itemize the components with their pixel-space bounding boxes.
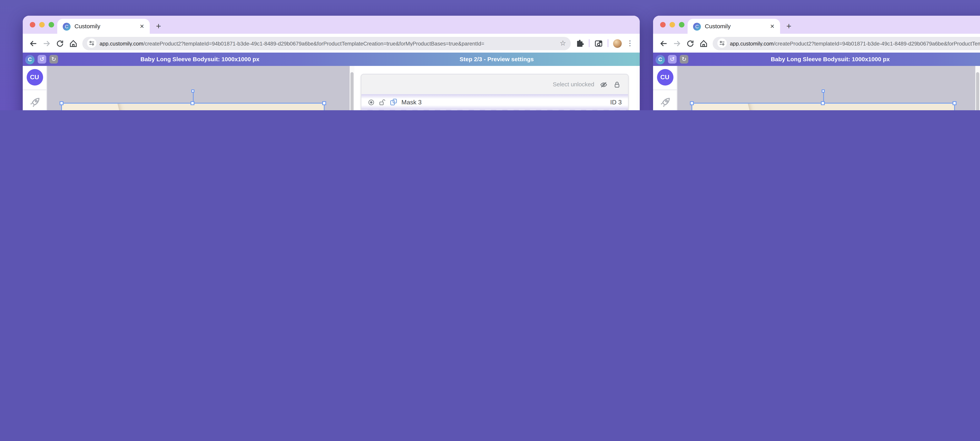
maximize-window-button[interactable] [679, 22, 684, 27]
product-title: Baby Long Sleeve Bodysuit: 1000x1000 px [46, 56, 353, 63]
redo-button[interactable]: ↻ [49, 55, 58, 64]
step-indicator: Step 2/3 - Preview settings [353, 53, 640, 66]
sidebar-divider [653, 89, 677, 90]
macrame-decoration [62, 104, 129, 110]
desktop-backdrop: C Customily ✕ + app.customily.com/create… [0, 0, 980, 110]
reload-icon[interactable] [686, 39, 695, 48]
product-image-object[interactable]: C Maximum print area [61, 103, 325, 110]
customily-logo-icon: C [655, 54, 665, 64]
macrame-decoration [692, 104, 759, 110]
maximize-window-button[interactable] [49, 22, 54, 27]
url-path: /createProduct2?templateId=94b01871-b3de… [773, 40, 980, 46]
back-icon[interactable] [659, 39, 668, 48]
layer-visibility-icon[interactable] [368, 99, 375, 105]
rotate-handle[interactable] [822, 89, 825, 93]
browser-toolbar: app.customily.com/createProduct2?templat… [23, 34, 640, 53]
tab-close-icon[interactable]: ✕ [140, 23, 145, 29]
undo-button[interactable]: ↺ [668, 55, 676, 64]
account-avatar[interactable]: CU [26, 69, 43, 86]
resize-handle-n[interactable] [191, 101, 194, 105]
browser-toolbar: app.customily.com/createProduct2?templat… [653, 34, 980, 53]
back-icon[interactable] [29, 39, 38, 48]
url-path: /createProduct2?templateId=94b01871-b3de… [143, 40, 484, 46]
sidebar-divider [23, 89, 47, 90]
close-window-button[interactable] [30, 22, 35, 27]
browser-window-right: C Customily ✕ + app.customily.com/create… [653, 16, 980, 110]
app-header-left: C ↺ ↻ Baby Long Sleeve Bodysuit: 1000x10… [23, 53, 353, 66]
forward-icon[interactable] [673, 39, 681, 48]
hide-all-eye-off-icon[interactable] [600, 80, 608, 88]
getting-started-rocket-icon[interactable] [29, 96, 40, 108]
extensions-icon[interactable] [576, 39, 584, 48]
app-header: C ↺ ↻ Baby Long Sleeve Bodysuit: 1000x10… [653, 53, 980, 66]
tab-favicon-icon: C [63, 22, 70, 30]
product-image-object[interactable]: C Maximum print area [692, 103, 955, 110]
minimize-window-button[interactable] [670, 22, 675, 27]
browser-window-left: C Customily ✕ + app.customily.com/create… [23, 16, 640, 110]
profile-avatar[interactable] [613, 39, 622, 48]
select-unlocked-label: Select unlocked [553, 81, 594, 88]
app-sidebar: CU [653, 66, 678, 110]
account-avatar[interactable]: CU [657, 69, 673, 86]
tab-title: Customily [75, 23, 100, 30]
new-tab-button[interactable]: + [786, 21, 791, 31]
home-icon[interactable] [69, 39, 78, 48]
new-tab-button[interactable]: + [156, 21, 161, 31]
rotate-handle[interactable] [191, 89, 194, 93]
layers-header: Select unlocked [361, 75, 628, 94]
toolbar-divider [608, 39, 608, 47]
mask-layer-icon [390, 98, 398, 106]
toolbar-divider [589, 39, 590, 47]
window-controls [660, 22, 684, 27]
resize-handle-nw[interactable] [690, 101, 694, 105]
canvas-scrollbar[interactable] [350, 66, 354, 110]
window-controls [30, 22, 54, 27]
resize-handle-ne[interactable] [953, 101, 956, 105]
url-bar[interactable]: app.customily.com/createProduct2?templat… [713, 37, 980, 50]
browser-tab[interactable]: C Customily ✕ [687, 19, 780, 34]
app-header-left: C ↺ ↻ Baby Long Sleeve Bodysuit: 1000x10… [653, 53, 980, 66]
minimize-window-button[interactable] [39, 22, 45, 27]
tab-strip: C Customily ✕ + [653, 16, 980, 34]
canvas-scrollbar[interactable] [975, 66, 980, 110]
app-sidebar: CU [23, 66, 47, 110]
scrollbar-thumb[interactable] [976, 72, 979, 110]
tab-strip: C Customily ✕ + [23, 16, 640, 34]
bookmark-star-icon[interactable]: ☆ [560, 40, 566, 47]
tab-search-icon[interactable] [594, 39, 603, 48]
scrollbar-thumb[interactable] [350, 72, 353, 110]
resize-handle-n[interactable] [821, 101, 825, 105]
tab-close-icon[interactable]: ✕ [770, 23, 775, 29]
layer-row-print-area[interactable]: Print Area ID 1 [361, 110, 628, 110]
lock-all-icon[interactable] [613, 80, 621, 88]
layers-card: Select unlocked Mask 3 ID 3 [361, 74, 629, 110]
settings-panel: Select unlocked Mask 3 ID 3 [354, 66, 640, 110]
url-text: app.customily.com/createProduct2?templat… [730, 40, 980, 46]
design-canvas[interactable]: C Maximum print area [678, 66, 975, 110]
resize-handle-ne[interactable] [322, 101, 326, 105]
undo-button[interactable]: ↺ [38, 55, 46, 64]
site-settings-icon[interactable] [87, 38, 96, 48]
product-title: Baby Long Sleeve Bodysuit: 1000x1000 px [676, 56, 980, 63]
layer-id: ID 3 [610, 99, 622, 105]
redo-button[interactable]: ↻ [680, 55, 688, 64]
resize-handle-nw[interactable] [60, 101, 64, 105]
site-settings-icon[interactable] [718, 38, 727, 48]
close-window-button[interactable] [660, 22, 666, 27]
browser-menu-icon[interactable]: ⋮ [627, 40, 633, 47]
layer-unlock-icon[interactable] [379, 99, 386, 105]
tab-title: Customily [705, 23, 731, 30]
url-host: app.customily.com [100, 40, 143, 46]
layer-row-mask-3[interactable]: Mask 3 ID 3 [361, 94, 628, 110]
url-text: app.customily.com/createProduct2?templat… [100, 40, 557, 46]
forward-icon[interactable] [42, 39, 51, 48]
url-host: app.customily.com [730, 40, 773, 46]
tab-favicon-icon: C [693, 22, 701, 30]
browser-tab[interactable]: C Customily ✕ [57, 19, 150, 34]
design-canvas[interactable]: C Maximum print area [47, 66, 350, 110]
url-bar[interactable]: app.customily.com/createProduct2?templat… [82, 37, 571, 50]
getting-started-rocket-icon[interactable] [659, 96, 671, 108]
reload-icon[interactable] [56, 39, 64, 48]
customily-logo-icon: C [25, 54, 35, 64]
home-icon[interactable] [699, 39, 708, 48]
